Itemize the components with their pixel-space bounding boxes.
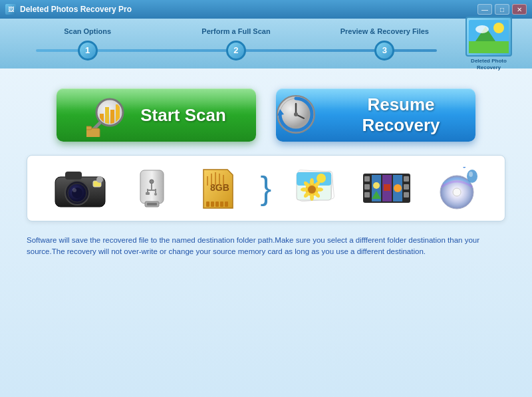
svg-point-55 — [317, 174, 326, 183]
svg-rect-41 — [206, 201, 209, 207]
svg-rect-71 — [404, 184, 409, 190]
step-3-label: Preview & Recovery Files — [331, 27, 438, 35]
svg-text:♪: ♪ — [462, 167, 469, 172]
camera-icon — [52, 165, 108, 211]
resume-icon — [276, 94, 316, 134]
svg-rect-44 — [220, 201, 223, 207]
step-bar-inner: Scan Options Perform a Full Scan Preview… — [13, 27, 459, 61]
window-controls: — □ ✕ — [477, 4, 527, 15]
main-content: Start Scan — [0, 68, 532, 397]
svg-rect-69 — [364, 192, 370, 198]
svg-rect-43 — [215, 201, 219, 207]
step-2-label: Perform a Full Scan — [183, 27, 289, 35]
app-icon: 🖼 — [5, 4, 16, 15]
svg-point-4 — [475, 25, 489, 33]
brace-separator: } — [261, 172, 272, 205]
svg-point-83 — [467, 170, 477, 183]
svg-point-81 — [453, 188, 461, 196]
svg-rect-68 — [364, 184, 370, 190]
svg-rect-67 — [364, 176, 370, 182]
close-button[interactable]: ✕ — [512, 4, 527, 15]
music-icon: ♪ — [434, 167, 480, 210]
window-title: Deleted Photos Recovery Pro — [20, 5, 132, 14]
svg-point-2 — [493, 23, 504, 33]
svg-rect-1 — [469, 41, 509, 53]
sd-card-icon: 8GB — [196, 167, 239, 210]
svg-rect-8 — [105, 107, 109, 124]
usb-drive-icon — [130, 165, 174, 211]
svg-rect-22 — [65, 172, 82, 180]
svg-rect-38 — [147, 203, 157, 205]
logo-area: Deleted PhotoRecovery — [459, 17, 519, 70]
start-scan-button[interactable]: Start Scan — [57, 88, 256, 142]
svg-point-19 — [294, 112, 298, 116]
start-scan-label: Start Scan — [140, 105, 226, 126]
scan-icon — [86, 94, 130, 137]
svg-point-28 — [96, 176, 103, 183]
svg-point-59 — [310, 194, 314, 201]
step-track: 1 2 3 — [13, 41, 459, 61]
svg-point-61 — [317, 188, 323, 192]
app-logo — [466, 17, 512, 57]
info-text: Software will save the recovered file to… — [27, 235, 505, 258]
svg-rect-13 — [86, 126, 92, 130]
resume-recovery-label: Resume Recovery — [327, 94, 475, 136]
resume-recovery-button[interactable]: Resume Recovery — [276, 88, 475, 142]
step-labels: Scan Options Perform a Full Scan Preview… — [13, 27, 459, 35]
svg-point-76 — [373, 182, 380, 189]
logo-svg — [469, 20, 509, 53]
scan-icon-wrapper — [86, 94, 130, 137]
step-3-circle: 3 — [374, 41, 394, 61]
resume-icon-wrapper — [276, 94, 316, 136]
maximize-button[interactable]: □ — [495, 4, 509, 15]
svg-rect-9 — [110, 110, 114, 124]
photos-icon — [293, 167, 340, 210]
step-1-circle: 1 — [78, 41, 98, 61]
svg-rect-72 — [404, 192, 409, 198]
svg-rect-35 — [146, 192, 150, 195]
svg-rect-78 — [384, 184, 390, 191]
title-bar: 🖼 Deleted Photos Recovery Pro — □ ✕ — [0, 0, 532, 19]
buttons-row: Start Scan — [57, 88, 475, 142]
svg-point-36 — [154, 193, 157, 196]
svg-rect-45 — [225, 201, 228, 207]
devices-panel: 8GB } — [27, 155, 505, 221]
svg-rect-42 — [211, 201, 214, 207]
svg-point-57 — [308, 186, 316, 194]
svg-rect-70 — [404, 176, 409, 182]
svg-point-58 — [310, 178, 314, 185]
step-2-circle: 2 — [226, 41, 246, 61]
svg-point-26 — [72, 188, 76, 192]
svg-point-30 — [150, 180, 154, 184]
svg-point-84 — [469, 172, 473, 177]
logo-label: Deleted PhotoRecovery — [471, 58, 507, 70]
step-bar: Scan Options Perform a Full Scan Preview… — [0, 19, 532, 68]
step-1-label: Scan Options — [35, 27, 141, 35]
minimize-button[interactable]: — — [477, 4, 492, 15]
svg-point-60 — [301, 188, 307, 192]
title-bar-left: 🖼 Deleted Photos Recovery Pro — [5, 4, 132, 15]
svg-point-79 — [394, 184, 402, 192]
film-reel-icon — [362, 166, 412, 211]
